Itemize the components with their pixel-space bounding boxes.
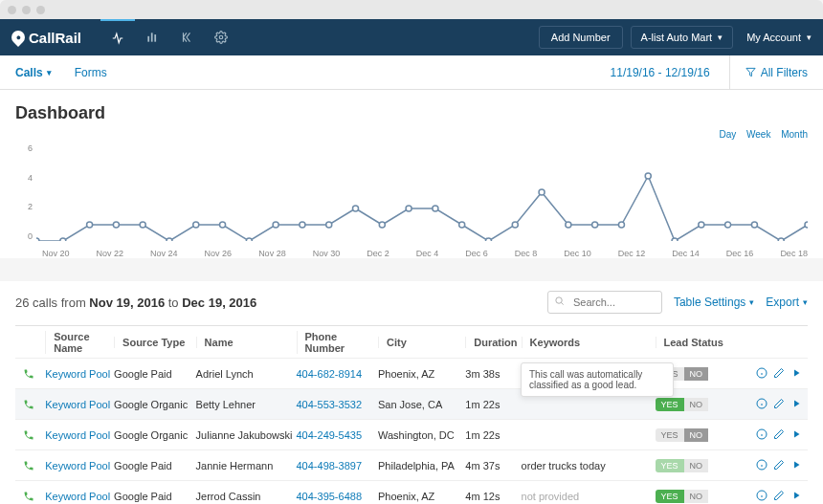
period-month[interactable]: Month <box>781 129 808 140</box>
table-row[interactable]: Keyword PoolGoogle PaidJerrod Cassin404-… <box>15 481 808 504</box>
info-icon[interactable] <box>756 428 767 442</box>
svg-point-30 <box>725 222 731 228</box>
svg-point-14 <box>300 222 305 228</box>
edit-icon[interactable] <box>773 398 785 411</box>
svg-point-33 <box>805 222 808 228</box>
cell-source-name[interactable]: Keyword Pool <box>41 429 114 441</box>
col-lead-status[interactable]: Lead Status <box>656 337 739 348</box>
cell-lead-status[interactable]: YESNO <box>656 490 739 503</box>
cell-phone[interactable]: 404-249-5435 <box>297 429 378 441</box>
cell-phone[interactable]: 404-395-6488 <box>297 491 378 502</box>
info-icon[interactable] <box>756 459 767 472</box>
cell-duration: 1m 22s <box>465 399 521 410</box>
table-row[interactable]: Keyword PoolGoogle PaidAdriel Lynch404-6… <box>15 359 808 389</box>
cell-lead-status[interactable]: YESNO <box>656 428 739 442</box>
dashboard-chart: 6420 Nov 20Nov 22Nov 24Nov 26Nov 28Nov 3… <box>15 143 808 258</box>
lead-classification-tooltip: This call was automatically classified a… <box>521 362 674 397</box>
account-selector[interactable]: A-list Auto Mart ▾ <box>631 26 734 49</box>
cell-lead-status[interactable]: YESNO <box>656 459 739 472</box>
top-bar: ● CallRail Add Number A-list Auto Mart ▾… <box>0 19 823 55</box>
nav-callflow-icon[interactable] <box>169 19 204 55</box>
edit-icon[interactable] <box>773 428 785 442</box>
svg-point-11 <box>220 222 226 228</box>
col-source-name[interactable]: Source Name <box>45 331 114 354</box>
close-dot[interactable] <box>8 6 16 14</box>
brand-name: CallRail <box>29 30 81 46</box>
export-button[interactable]: Export ▾ <box>766 296 808 309</box>
edit-icon[interactable] <box>773 367 785 381</box>
play-icon[interactable] <box>790 367 802 381</box>
my-account-menu[interactable]: My Account ▾ <box>746 32 812 43</box>
nav-activity-icon[interactable] <box>100 19 135 55</box>
cell-lead-status[interactable]: YESNO <box>656 398 739 411</box>
tab-forms[interactable]: Forms <box>75 66 107 79</box>
info-icon[interactable] <box>756 490 767 503</box>
col-name[interactable]: Name <box>196 337 297 348</box>
svg-point-12 <box>246 238 252 241</box>
cell-name: Julianne Jakubowski <box>196 429 297 441</box>
table-row[interactable]: Keyword PoolGoogle OrganicBetty Lehner40… <box>15 389 808 420</box>
play-icon[interactable] <box>790 490 802 503</box>
chart-line-svg <box>36 143 808 241</box>
page-title: Dashboard <box>15 103 808 123</box>
table-settings-button[interactable]: Table Settings ▾ <box>674 296 754 309</box>
nav-settings-icon[interactable] <box>204 19 238 55</box>
col-keywords[interactable]: Keywords <box>522 337 656 348</box>
edit-icon[interactable] <box>773 459 785 472</box>
svg-rect-0 <box>147 36 149 42</box>
nav-reports-icon[interactable] <box>135 19 169 55</box>
edit-icon[interactable] <box>773 490 785 503</box>
cell-name: Jannie Hermann <box>196 460 297 471</box>
svg-point-31 <box>751 222 757 228</box>
svg-point-34 <box>556 297 562 303</box>
table-row[interactable]: Keyword PoolGoogle OrganicJulianne Jakub… <box>15 420 808 450</box>
cell-name: Adriel Lynch <box>196 368 297 380</box>
col-source-type[interactable]: Source Type <box>114 337 195 348</box>
col-duration[interactable]: Duration <box>465 337 521 348</box>
svg-point-3 <box>219 35 223 39</box>
col-city[interactable]: City <box>378 337 465 348</box>
call-direction-icon <box>15 368 41 380</box>
call-direction-icon <box>15 399 41 410</box>
svg-point-13 <box>273 222 278 228</box>
svg-point-10 <box>193 222 199 228</box>
chevron-down-icon: ▾ <box>47 68 52 77</box>
svg-rect-2 <box>154 34 156 42</box>
cell-source-name[interactable]: Keyword Pool <box>41 460 114 471</box>
search-input[interactable] <box>547 291 662 314</box>
results-summary: 26 calls from Nov 19, 2016 to Dec 19, 20… <box>15 296 256 310</box>
cell-city: San Jose, CA <box>378 399 465 410</box>
play-icon[interactable] <box>790 428 802 442</box>
svg-point-6 <box>87 222 93 228</box>
period-day[interactable]: Day <box>719 129 736 140</box>
info-icon[interactable] <box>756 398 767 411</box>
filters-label: All Filters <box>761 66 808 79</box>
cell-source-name[interactable]: Keyword Pool <box>41 368 114 380</box>
search-box <box>547 291 662 314</box>
date-range-picker[interactable]: 11/19/16 - 12/19/16 <box>611 66 710 79</box>
svg-point-21 <box>485 238 491 241</box>
table-row[interactable]: Keyword PoolGoogle PaidJannie Hermann404… <box>15 450 808 481</box>
brand-logo[interactable]: ● CallRail <box>11 30 81 46</box>
zoom-dot[interactable] <box>36 6 45 14</box>
info-icon[interactable] <box>756 367 767 381</box>
tab-calls[interactable]: Calls ▾ <box>15 66 52 79</box>
all-filters-button[interactable]: All Filters <box>729 55 808 89</box>
cell-phone[interactable]: 404-553-3532 <box>297 399 378 410</box>
minimize-dot[interactable] <box>22 6 31 14</box>
cell-phone[interactable]: 404-498-3897 <box>297 460 378 471</box>
period-week[interactable]: Week <box>746 129 770 140</box>
cell-phone[interactable]: 404-682-8914 <box>297 368 378 380</box>
cell-city: Phoenix, AZ <box>378 491 465 502</box>
svg-point-17 <box>379 222 385 228</box>
play-icon[interactable] <box>790 398 802 411</box>
svg-point-7 <box>113 222 119 228</box>
cell-duration: 3m 38s <box>465 368 521 380</box>
svg-point-20 <box>459 222 465 228</box>
chart-x-axis: Nov 20Nov 22Nov 24Nov 26Nov 28Nov 30Dec … <box>42 249 808 258</box>
play-icon[interactable] <box>790 459 802 472</box>
col-phone[interactable]: Phone Number <box>297 331 378 354</box>
cell-source-name[interactable]: Keyword Pool <box>41 491 114 502</box>
add-number-button[interactable]: Add Number <box>539 26 623 49</box>
cell-source-name[interactable]: Keyword Pool <box>41 399 114 410</box>
